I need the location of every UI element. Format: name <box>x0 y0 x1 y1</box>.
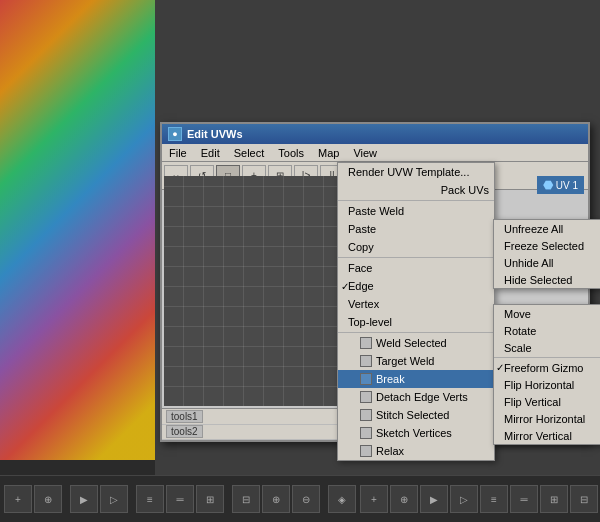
tools-menu-pasteweld[interactable]: Paste Weld <box>338 202 494 220</box>
stitch-icon <box>360 409 372 421</box>
tools-menu-toplevel[interactable]: Top-level <box>338 313 494 331</box>
tb-btn-zoom-fit[interactable]: ⊖ <box>292 485 320 513</box>
tools-menu-paste[interactable]: Paste <box>338 220 494 238</box>
ctx-mirror-v[interactable]: Mirror Vertical <box>494 427 600 444</box>
menu-map[interactable]: Map <box>315 147 342 159</box>
tools-menu-stitchselected[interactable]: Stitch Selected <box>338 406 494 424</box>
freeform-check: ✓ <box>496 362 504 373</box>
tb-btn-target[interactable]: ◈ <box>328 485 356 513</box>
tools-menu-break[interactable]: Break <box>338 370 494 388</box>
tools-dropdown-menu: Render UVW Template... Pack UVs Paste We… <box>337 162 495 461</box>
menu-file[interactable]: File <box>166 147 190 159</box>
tools-menu-face[interactable]: Face <box>338 259 494 277</box>
ctx-rotate[interactable]: Rotate <box>494 322 600 339</box>
tb-btn-zoom-out[interactable]: ⊕ <box>262 485 290 513</box>
menu-view[interactable]: View <box>350 147 380 159</box>
ctx-mirror-h[interactable]: Mirror Horizontal <box>494 410 600 427</box>
uv-channel-label[interactable]: ⬣ UV 1 <box>537 176 584 194</box>
view-freeze-selected[interactable]: Freeze Selected <box>494 237 600 254</box>
tools-menu-packuvs[interactable]: Pack UVs <box>338 181 494 199</box>
ctx-scale[interactable]: Scale <box>494 339 600 356</box>
uvw-window-title: Edit UVWs <box>187 128 243 140</box>
tools-menu-copy[interactable]: Copy <box>338 238 494 256</box>
target-weld-icon <box>360 355 372 367</box>
tb-btn-play[interactable]: ▶ <box>70 485 98 513</box>
tools-menu-sketchvertices[interactable]: Sketch Vertices <box>338 424 494 442</box>
tb-btn-end-1[interactable]: + <box>360 485 388 513</box>
tb-btn-end-2[interactable]: ⊕ <box>390 485 418 513</box>
tb-btn-zoom-in[interactable]: ⊟ <box>232 485 260 513</box>
sketch-icon <box>360 427 372 439</box>
ctx-flip-v[interactable]: Flip Vertical <box>494 393 600 410</box>
tools-menu-sep3 <box>338 332 494 333</box>
uvw-window-icon: ● <box>168 127 182 141</box>
tools-menu-detachedgeverts[interactable]: Detach Edge Verts <box>338 388 494 406</box>
tb-btn-equals[interactable]: ═ <box>166 485 194 513</box>
tools-menu-targetweld[interactable]: Target Weld <box>338 352 494 370</box>
ctx-flip-h[interactable]: Flip Horizontal <box>494 376 600 393</box>
tb-btn-grid[interactable]: ⊞ <box>196 485 224 513</box>
status-tools2-label: tools2 <box>166 425 203 438</box>
tb-btn-end-6[interactable]: ═ <box>510 485 538 513</box>
tools-menu-edge[interactable]: ✓ Edge <box>338 277 494 295</box>
view-unfreeze-all[interactable]: Unfreeze All <box>494 220 600 237</box>
view-unhide-all[interactable]: Unhide All <box>494 254 600 271</box>
menu-tools[interactable]: Tools <box>275 147 307 159</box>
tb-btn-end-7[interactable]: ⊞ <box>540 485 568 513</box>
weld-selected-icon <box>360 337 372 349</box>
view-hide-selected[interactable]: Hide Selected <box>494 271 600 288</box>
tools-menu-render[interactable]: Render UVW Template... <box>338 163 494 181</box>
relax-icon <box>360 445 372 457</box>
status-tools1-label: tools1 <box>166 410 203 423</box>
tools-menu-vertex[interactable]: Vertex <box>338 295 494 313</box>
edge-checkmark: ✓ <box>341 281 349 292</box>
bottom-toolbar: + ⊕ ▶ ▷ ≡ ═ ⊞ ⊟ ⊕ ⊖ ◈ + ⊕ ▶ ▷ ≡ ═ ⊞ ⊟ ⊕ … <box>0 475 600 522</box>
menu-edit[interactable]: Edit <box>198 147 223 159</box>
context-menu: Move Rotate Scale ✓ Freeform Gizmo Flip … <box>493 304 600 445</box>
tb-btn-end-5[interactable]: ≡ <box>480 485 508 513</box>
ctx-sep <box>494 357 600 358</box>
tools-menu-relax[interactable]: Relax <box>338 442 494 460</box>
tb-btn-crosshair[interactable]: ⊕ <box>34 485 62 513</box>
menu-select[interactable]: Select <box>231 147 268 159</box>
tb-btn-end-8[interactable]: ⊟ <box>570 485 598 513</box>
mesh-left-panel <box>0 0 160 460</box>
uv-label-text: UV 1 <box>556 180 578 191</box>
tb-btn-end-3[interactable]: ▶ <box>420 485 448 513</box>
break-icon <box>360 373 372 385</box>
tb-btn-add[interactable]: + <box>4 485 32 513</box>
uvw-titlebar: ● Edit UVWs <box>162 124 588 144</box>
tools-menu-sep2 <box>338 257 494 258</box>
ctx-freeform[interactable]: ✓ Freeform Gizmo <box>494 359 600 376</box>
tb-btn-end-4[interactable]: ▷ <box>450 485 478 513</box>
uvw-menubar: File Edit Select Tools Map View <box>162 144 588 162</box>
detach-icon <box>360 391 372 403</box>
view-submenu: Unfreeze All Freeze Selected Unhide All … <box>493 219 600 289</box>
tb-btn-forward[interactable]: ▷ <box>100 485 128 513</box>
tools-menu-sep1 <box>338 200 494 201</box>
tb-btn-menu[interactable]: ≡ <box>136 485 164 513</box>
uv-icon: ⬣ <box>543 178 553 192</box>
tools-menu-weldselected[interactable]: Weld Selected <box>338 334 494 352</box>
ctx-move[interactable]: Move <box>494 305 600 322</box>
